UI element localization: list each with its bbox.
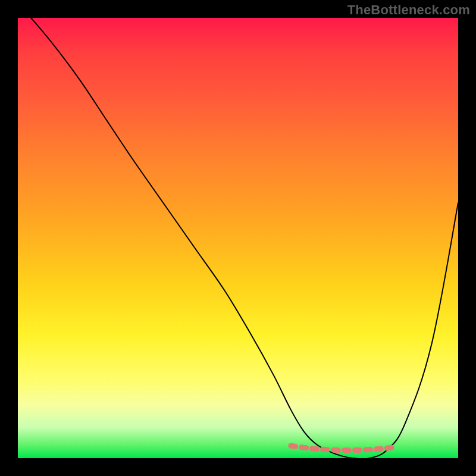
chart-frame: TheBottleneck.com — [0, 0, 476, 476]
watermark-text: TheBottleneck.com — [347, 2, 470, 18]
minimum-marker — [291, 446, 397, 450]
plot-area — [18, 18, 458, 458]
chart-svg — [18, 18, 458, 458]
bottleneck-curve — [31, 18, 458, 459]
